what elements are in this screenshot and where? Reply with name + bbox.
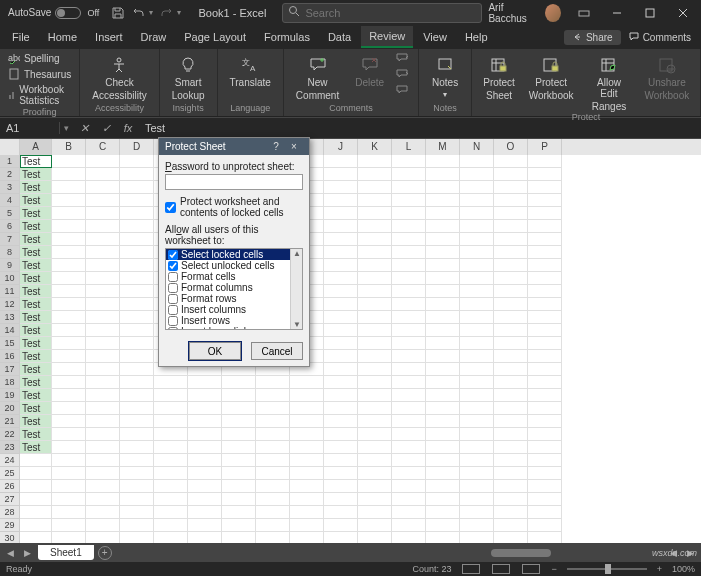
cell-C24[interactable] (86, 454, 120, 467)
zoom-slider[interactable] (567, 568, 647, 570)
cell-J3[interactable] (324, 181, 358, 194)
cell-D6[interactable] (120, 220, 154, 233)
cell-N28[interactable] (460, 506, 494, 519)
cell-H22[interactable] (256, 428, 290, 441)
share-button[interactable]: Share (564, 30, 621, 45)
cell-E22[interactable] (154, 428, 188, 441)
cell-M3[interactable] (426, 181, 460, 194)
cell-B11[interactable] (52, 285, 86, 298)
cell-K17[interactable] (358, 363, 392, 376)
cell-D3[interactable] (120, 181, 154, 194)
cell-L11[interactable] (392, 285, 426, 298)
cell-A29[interactable] (20, 519, 52, 532)
cell-G25[interactable] (222, 467, 256, 480)
cell-N21[interactable] (460, 415, 494, 428)
cell-D13[interactable] (120, 311, 154, 324)
col-header-N[interactable]: N (460, 139, 494, 155)
cell-C22[interactable] (86, 428, 120, 441)
cell-L14[interactable] (392, 324, 426, 337)
protect-contents-check-input[interactable] (165, 202, 176, 213)
row-header-8[interactable]: 8 (0, 246, 19, 259)
cell-L22[interactable] (392, 428, 426, 441)
cell-A16[interactable]: Test (20, 350, 52, 363)
tab-help[interactable]: Help (457, 27, 496, 47)
row-header-26[interactable]: 26 (0, 480, 19, 493)
sheet-nav-prev[interactable]: ◀ (4, 548, 17, 558)
cell-O5[interactable] (494, 207, 528, 220)
cell-A6[interactable]: Test (20, 220, 52, 233)
cell-D8[interactable] (120, 246, 154, 259)
row-header-1[interactable]: 1 (0, 155, 19, 168)
cell-B1[interactable] (52, 155, 86, 168)
cell-L7[interactable] (392, 233, 426, 246)
cell-O23[interactable] (494, 441, 528, 454)
cell-B13[interactable] (52, 311, 86, 324)
cell-H29[interactable] (256, 519, 290, 532)
cell-O17[interactable] (494, 363, 528, 376)
cell-I27[interactable] (290, 493, 324, 506)
cell-D11[interactable] (120, 285, 154, 298)
cell-D9[interactable] (120, 259, 154, 272)
cell-O9[interactable] (494, 259, 528, 272)
cell-B23[interactable] (52, 441, 86, 454)
cell-O16[interactable] (494, 350, 528, 363)
cell-A20[interactable]: Test (20, 402, 52, 415)
cell-B19[interactable] (52, 389, 86, 402)
cell-E28[interactable] (154, 506, 188, 519)
cell-J16[interactable] (324, 350, 358, 363)
cell-L23[interactable] (392, 441, 426, 454)
row-header-20[interactable]: 20 (0, 402, 19, 415)
permission-check-3[interactable] (168, 283, 178, 293)
permissions-list[interactable]: Select locked cellsSelect unlocked cells… (165, 248, 303, 330)
cell-J27[interactable] (324, 493, 358, 506)
cell-G24[interactable] (222, 454, 256, 467)
cell-K12[interactable] (358, 298, 392, 311)
cell-J29[interactable] (324, 519, 358, 532)
cell-D16[interactable] (120, 350, 154, 363)
cell-B12[interactable] (52, 298, 86, 311)
cell-F25[interactable] (188, 467, 222, 480)
cell-A4[interactable]: Test (20, 194, 52, 207)
cell-K1[interactable] (358, 155, 392, 168)
ok-button[interactable]: OK (189, 342, 241, 360)
row-header-3[interactable]: 3 (0, 181, 19, 194)
name-box[interactable]: A1 (0, 122, 60, 134)
formula-input[interactable] (139, 122, 701, 134)
cell-M16[interactable] (426, 350, 460, 363)
search-input[interactable] (282, 3, 482, 23)
cell-G18[interactable] (222, 376, 256, 389)
cell-B4[interactable] (52, 194, 86, 207)
cell-N19[interactable] (460, 389, 494, 402)
cell-F21[interactable] (188, 415, 222, 428)
cell-D17[interactable] (120, 363, 154, 376)
protect-contents-checkbox[interactable]: Protect worksheet and contents of locked… (165, 196, 303, 218)
cell-J26[interactable] (324, 480, 358, 493)
cell-P22[interactable] (528, 428, 562, 441)
show-comments-button[interactable] (394, 83, 412, 97)
cell-N24[interactable] (460, 454, 494, 467)
cell-P4[interactable] (528, 194, 562, 207)
cell-C23[interactable] (86, 441, 120, 454)
cell-C28[interactable] (86, 506, 120, 519)
cell-P7[interactable] (528, 233, 562, 246)
cell-C3[interactable] (86, 181, 120, 194)
row-header-4[interactable]: 4 (0, 194, 19, 207)
cell-H18[interactable] (256, 376, 290, 389)
smart-lookup-button[interactable]: SmartLookup (166, 51, 211, 101)
cell-C12[interactable] (86, 298, 120, 311)
cell-D23[interactable] (120, 441, 154, 454)
dialog-help-icon[interactable]: ? (267, 141, 285, 152)
cell-C26[interactable] (86, 480, 120, 493)
tab-file[interactable]: File (4, 27, 38, 47)
row-header-18[interactable]: 18 (0, 376, 19, 389)
cell-P10[interactable] (528, 272, 562, 285)
comments-button[interactable]: Comments (623, 30, 697, 45)
permission-option-4[interactable]: Format rows (166, 293, 302, 304)
cell-I25[interactable] (290, 467, 324, 480)
cell-C9[interactable] (86, 259, 120, 272)
cell-D12[interactable] (120, 298, 154, 311)
row-header-2[interactable]: 2 (0, 168, 19, 181)
redo-icon[interactable] (159, 5, 173, 21)
cell-M2[interactable] (426, 168, 460, 181)
cell-I24[interactable] (290, 454, 324, 467)
